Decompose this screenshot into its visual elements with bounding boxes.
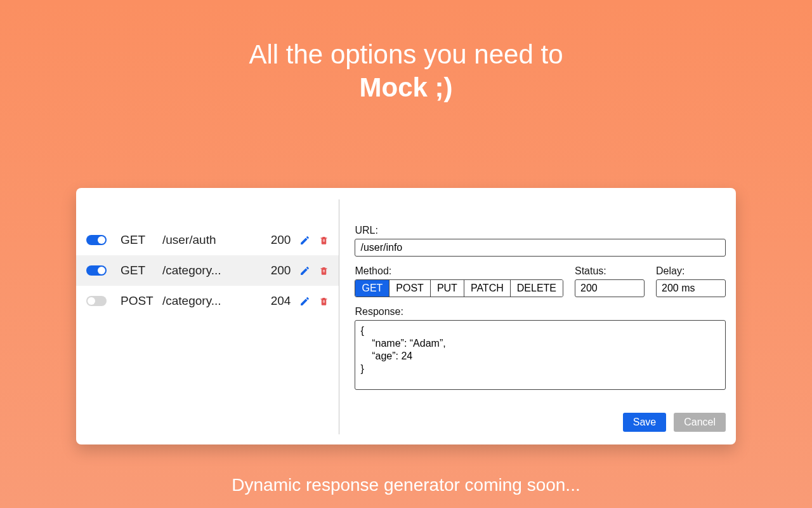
mock-path: /category...	[162, 264, 261, 277]
enable-toggle[interactable]	[86, 235, 107, 245]
mock-list: GET/user/auth200GET/category...200POST/c…	[76, 199, 339, 434]
edit-icon[interactable]	[299, 296, 310, 307]
mock-method: GET	[121, 264, 162, 277]
hero: All the options you need to Mock ;)	[0, 0, 812, 103]
method-selector: GETPOSTPUTPATCHDELETE	[355, 279, 563, 297]
method-option-get[interactable]: GET	[355, 280, 390, 297]
mock-status: 200	[261, 264, 291, 277]
mock-path: /category...	[162, 294, 261, 308]
mock-method: POST	[121, 294, 162, 308]
response-label: Response:	[355, 306, 726, 318]
edit-icon[interactable]	[299, 235, 310, 246]
hero-title-line-2: Mock ;)	[0, 72, 812, 103]
mock-row[interactable]: GET/category...200	[76, 255, 339, 286]
delete-icon[interactable]	[319, 296, 329, 307]
cancel-button[interactable]: Cancel	[674, 413, 726, 432]
url-label: URL:	[355, 225, 726, 236]
save-button[interactable]: Save	[623, 413, 666, 432]
status-label: Status:	[575, 265, 645, 277]
method-option-post[interactable]: POST	[390, 280, 431, 297]
mock-row[interactable]: POST/category...204	[76, 286, 339, 316]
mock-status: 200	[261, 233, 291, 247]
method-option-put[interactable]: PUT	[431, 280, 464, 297]
delay-label: Delay:	[656, 265, 726, 277]
enable-toggle[interactable]	[86, 265, 107, 276]
delay-input[interactable]	[656, 279, 726, 297]
edit-icon[interactable]	[299, 265, 310, 276]
mock-status: 204	[261, 294, 291, 308]
method-option-patch[interactable]: PATCH	[464, 280, 511, 297]
enable-toggle[interactable]	[86, 296, 107, 306]
method-label: Method:	[355, 265, 563, 277]
footer-text: Dynamic response generator coming soon..…	[0, 475, 812, 495]
delete-icon[interactable]	[319, 265, 329, 276]
url-input[interactable]	[355, 239, 726, 257]
method-option-delete[interactable]: DELETE	[511, 280, 563, 297]
mock-method: GET	[121, 233, 162, 247]
mock-row[interactable]: GET/user/auth200	[76, 225, 339, 255]
mock-path: /user/auth	[162, 233, 261, 247]
mock-editor-card: GET/user/auth200GET/category...200POST/c…	[76, 188, 736, 444]
response-input[interactable]	[355, 320, 726, 390]
mock-form: URL: Method: GETPOSTPUTPATCHDELETE Statu…	[339, 199, 726, 434]
status-input[interactable]	[575, 279, 645, 297]
delete-icon[interactable]	[319, 235, 329, 246]
hero-title-line-1: All the options you need to	[0, 39, 812, 70]
